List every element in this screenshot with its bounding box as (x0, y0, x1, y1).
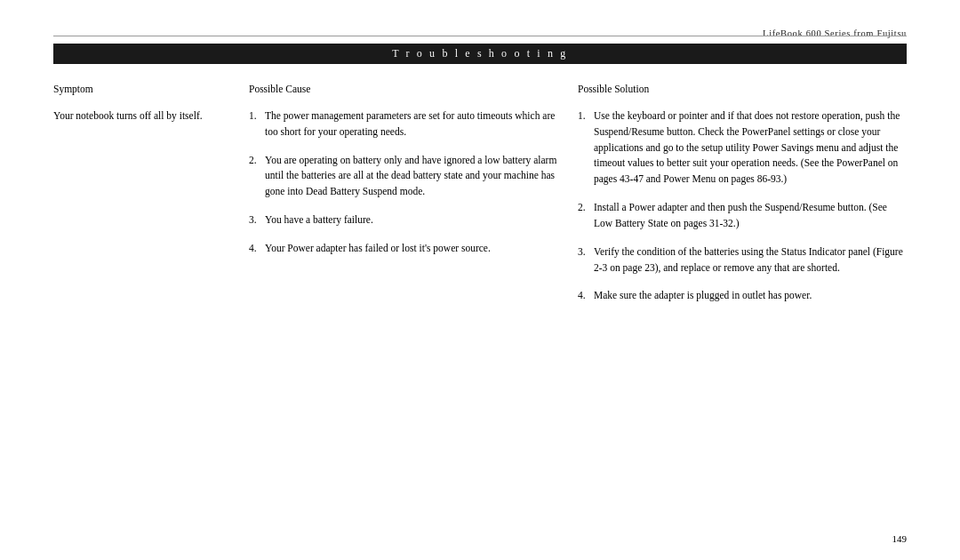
solution-header: Possible Solution (578, 84, 907, 94)
item-number: 3. (249, 212, 265, 228)
symptom-header: Symptom (53, 84, 249, 94)
item-text: You have a battery failure. (265, 212, 564, 228)
symptom-text: Your notebook turns off all by itself. (53, 108, 240, 124)
item-text: Use the keyboard or pointer and if that … (594, 108, 907, 188)
item-number: 3. (578, 244, 594, 260)
cause-header: Possible Cause (249, 84, 578, 94)
list-item: 1.Use the keyboard or pointer and if tha… (578, 108, 907, 188)
item-text: Make sure the adapter is plugged in outl… (594, 288, 907, 304)
content-area: Your notebook turns off all by itself. 1… (53, 108, 907, 316)
item-text: The power management parameters are set … (265, 108, 564, 140)
symptom-column: Your notebook turns off all by itself. (53, 108, 249, 124)
list-item: 3.You have a battery failure. (249, 212, 564, 228)
item-number: 2. (578, 200, 594, 216)
solution-list: 1.Use the keyboard or pointer and if tha… (578, 108, 907, 304)
list-item: 4.Make sure the adapter is plugged in ou… (578, 288, 907, 304)
item-text: Your Power adapter has failed or lost it… (265, 241, 564, 257)
cause-list: 1.The power management parameters are se… (249, 108, 564, 257)
book-title: LifeBook 600 Series from Fujitsu (763, 28, 907, 38)
section-title-bar: T r o u b l e s h o o t i n g (53, 44, 907, 64)
item-text: You are operating on battery only and ha… (265, 153, 564, 200)
column-headers: Symptom Possible Cause Possible Solution (53, 84, 907, 100)
list-item: 3.Verify the condition of the batteries … (578, 244, 907, 276)
solution-column: 1.Use the keyboard or pointer and if tha… (578, 108, 907, 316)
item-number: 4. (578, 288, 594, 304)
cause-column: 1.The power management parameters are se… (249, 108, 578, 269)
item-text: Install a Power adapter and then push th… (594, 200, 907, 232)
item-number: 1. (578, 108, 594, 124)
list-item: 2.Install a Power adapter and then push … (578, 200, 907, 232)
item-number: 2. (249, 153, 265, 169)
item-text: Verify the condition of the batteries us… (594, 244, 907, 276)
list-item: 4.Your Power adapter has failed or lost … (249, 241, 564, 257)
page: LifeBook 600 Series from Fujitsu T r o u… (0, 0, 960, 560)
item-number: 1. (249, 108, 265, 124)
page-number: 149 (892, 533, 908, 544)
list-item: 2.You are operating on battery only and … (249, 153, 564, 200)
top-header: LifeBook 600 Series from Fujitsu (53, 28, 907, 38)
section-title: T r o u b l e s h o o t i n g (392, 47, 568, 60)
item-number: 4. (249, 241, 265, 257)
list-item: 1.The power management parameters are se… (249, 108, 564, 140)
